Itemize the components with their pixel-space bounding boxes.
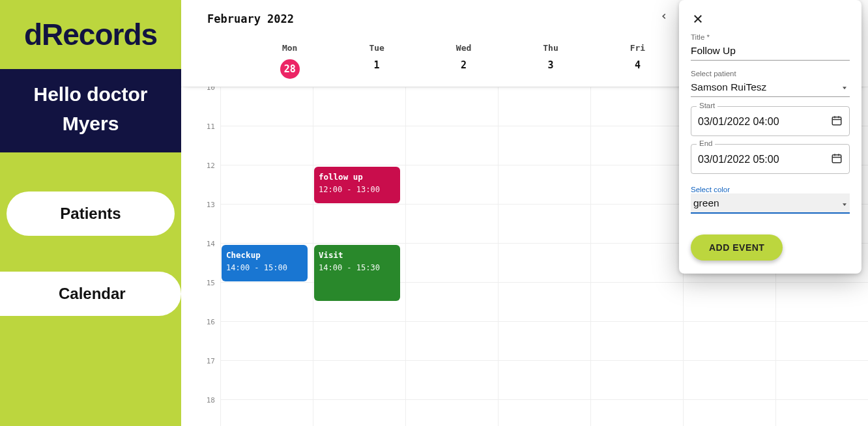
calendar-cell[interactable] (590, 322, 683, 361)
calendar-title: February 2022 (207, 7, 294, 25)
close-panel-button[interactable] (691, 12, 705, 28)
calendar-cell[interactable] (590, 165, 683, 205)
calendar-cell[interactable] (590, 361, 683, 400)
calendar-cell[interactable] (405, 87, 498, 126)
calendar-cell[interactable] (220, 400, 313, 426)
calendar-cell[interactable] (590, 205, 683, 244)
weekday-column[interactable]: Mon28 (246, 43, 333, 79)
weekday-abbr: Wed (420, 43, 507, 53)
event-title: follow up (319, 171, 396, 184)
weekday-date: 28 (246, 59, 333, 79)
calendar-cell[interactable] (220, 361, 313, 400)
nav-calendar-button[interactable]: Calendar (0, 272, 181, 316)
weekday-column[interactable]: Wed2 (420, 43, 507, 79)
calendar-cell[interactable] (405, 400, 498, 426)
calendar-cell[interactable] (405, 205, 498, 244)
calendar-cell[interactable] (498, 322, 590, 361)
weekday-abbr: Tue (333, 43, 420, 53)
patient-select[interactable]: Samson RuiTesz (691, 78, 850, 97)
greeting-line-2: Myers (7, 109, 175, 138)
start-datetime-field[interactable]: Start 03/01/2022 04:00 (691, 106, 850, 136)
calendar-cell[interactable] (220, 165, 313, 205)
start-value: 03/01/2022 04:00 (698, 116, 779, 128)
prev-week-button[interactable] (654, 7, 674, 26)
calendar-cell[interactable] (590, 400, 683, 426)
calendar-cell[interactable] (775, 361, 868, 400)
calendar-cell[interactable] (683, 322, 775, 361)
calendar-cell[interactable] (498, 244, 590, 283)
calendar-cell[interactable] (405, 126, 498, 165)
add-event-button[interactable]: ADD EVENT (691, 234, 783, 261)
calendar-cell[interactable] (775, 283, 868, 322)
calendar-cell[interactable] (683, 283, 775, 322)
hour-label: 12 (181, 162, 220, 201)
calendar-cell[interactable] (590, 126, 683, 165)
hour-label: 17 (181, 357, 220, 396)
calendar-cell[interactable] (313, 322, 405, 361)
color-select[interactable]: green (691, 193, 850, 214)
weekday-column[interactable]: Thu3 (507, 43, 594, 79)
weekday-abbr: Fri (594, 43, 681, 53)
calendar-cell[interactable] (775, 322, 868, 361)
hour-label: 18 (181, 396, 220, 426)
hour-label: 13 (181, 201, 220, 240)
patient-field-label: Select patient (691, 70, 850, 78)
weekday-date: 2 (420, 59, 507, 71)
calendar-small-icon (831, 115, 843, 129)
title-input[interactable] (691, 41, 850, 61)
greeting-line-1: Hello doctor (7, 79, 175, 109)
hour-label: 10 (181, 87, 220, 122)
weekday-abbr: Thu (507, 43, 594, 53)
calendar-cell[interactable] (313, 361, 405, 400)
calendar-cell[interactable] (775, 400, 868, 426)
calendar-cell[interactable] (405, 361, 498, 400)
calendar-event[interactable]: follow up12:00 - 13:00 (314, 167, 400, 203)
weekday-column[interactable]: Tue1 (333, 43, 420, 79)
calendar-cell[interactable] (498, 400, 590, 426)
calendar-cell[interactable] (498, 126, 590, 165)
hour-label: 16 (181, 318, 220, 357)
calendar-cell[interactable] (405, 165, 498, 205)
calendar-cell[interactable] (498, 87, 590, 126)
calendar-cell[interactable] (590, 244, 683, 283)
main-content: February 2022 Mon28Tue1Wed2Thu3Fri4Sat5S… (181, 0, 868, 426)
calendar-cell[interactable] (683, 400, 775, 426)
title-field-label: Title * (691, 33, 850, 41)
calendar-cell[interactable] (220, 283, 313, 322)
nav-patients-button[interactable]: Patients (7, 192, 175, 236)
calendar-cell[interactable] (220, 126, 313, 165)
calendar-cell[interactable] (498, 361, 590, 400)
weekday-column[interactable]: Fri4 (594, 43, 681, 79)
calendar-cell[interactable] (220, 205, 313, 244)
calendar-cell[interactable] (405, 244, 498, 283)
calendar-cell[interactable] (683, 361, 775, 400)
color-field-label: Select color (691, 186, 850, 193)
calendar-cell[interactable] (405, 322, 498, 361)
calendar-cell[interactable] (498, 205, 590, 244)
calendar-cell[interactable] (313, 205, 405, 244)
start-label: Start (697, 102, 717, 109)
calendar-cell[interactable] (313, 400, 405, 426)
hour-label: 14 (181, 240, 220, 279)
event-time-label: 12:00 - 13:00 (319, 184, 396, 196)
event-time-label: 14:00 - 15:30 (319, 262, 396, 274)
hour-label: 11 (181, 122, 220, 162)
calendar-cell[interactable] (590, 87, 683, 126)
calendar-cell[interactable] (220, 87, 313, 126)
end-value: 03/01/2022 05:00 (698, 154, 779, 165)
sidebar: dRecords Hello doctor Myers Patients Cal… (0, 0, 181, 426)
calendar-cell[interactable] (405, 283, 498, 322)
calendar-event[interactable]: Checkup14:00 - 15:00 (222, 245, 308, 281)
event-title: Visit (319, 249, 396, 262)
weekday-abbr: Mon (246, 43, 333, 53)
calendar-cell[interactable] (498, 165, 590, 205)
calendar-cell[interactable] (313, 126, 405, 165)
calendar-event[interactable]: Visit14:00 - 15:30 (314, 245, 400, 301)
add-event-panel: Title * Select patient Samson RuiTesz St… (679, 0, 861, 274)
end-datetime-field[interactable]: End 03/01/2022 05:00 (691, 144, 850, 174)
calendar-cell[interactable] (590, 283, 683, 322)
weekday-date: 4 (594, 59, 681, 71)
calendar-cell[interactable] (220, 322, 313, 361)
calendar-cell[interactable] (313, 87, 405, 126)
calendar-cell[interactable] (498, 283, 590, 322)
